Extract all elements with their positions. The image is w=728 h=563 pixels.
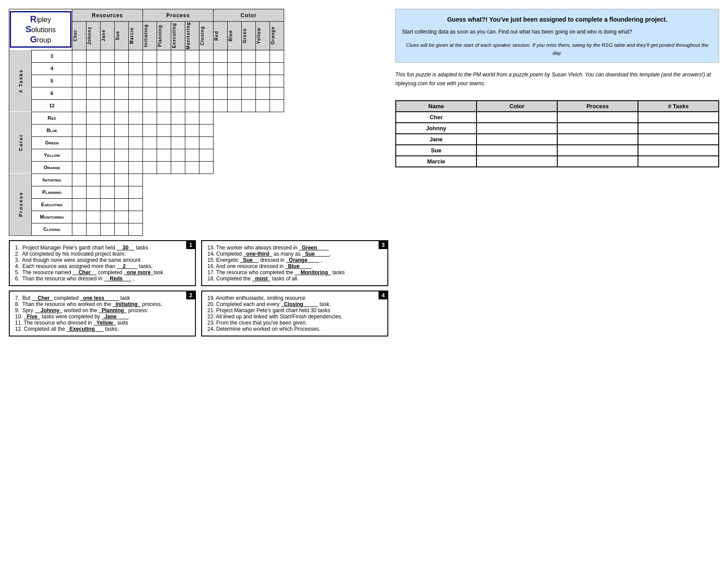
cell-t5-sue[interactable] xyxy=(115,75,129,87)
cell-t4-cher[interactable] xyxy=(72,62,86,75)
cell-t3-jane[interactable] xyxy=(101,50,115,62)
cell-t3-blue[interactable] xyxy=(228,50,242,62)
summary-tasks-cher[interactable] xyxy=(638,112,719,123)
cell-cb-cher[interactable] xyxy=(72,124,86,136)
cell-t6-cher[interactable] xyxy=(72,87,86,99)
cell-t5-marcie[interactable] xyxy=(129,75,143,87)
cell-pe-cher[interactable] xyxy=(72,198,86,211)
cell-t12-sue[interactable] xyxy=(115,99,129,112)
cell-t5-orange[interactable] xyxy=(270,75,284,87)
cell-t5-johnny[interactable] xyxy=(86,75,101,87)
cell-t6-green[interactable] xyxy=(242,87,256,99)
cell-pi-johnny[interactable] xyxy=(86,174,101,186)
cell-t3-green[interactable] xyxy=(242,50,256,62)
summary-tasks-jane[interactable] xyxy=(638,134,719,145)
cell-t6-mon[interactable] xyxy=(185,87,199,99)
cell-t4-plan[interactable] xyxy=(157,62,171,75)
cell-cb-plan[interactable] xyxy=(157,124,171,136)
cell-cg-init[interactable] xyxy=(143,136,157,149)
cell-t4-mon[interactable] xyxy=(185,62,199,75)
cell-pm-jane[interactable] xyxy=(101,211,115,223)
cell-t4-clos[interactable] xyxy=(199,62,214,75)
cell-pi-sue[interactable] xyxy=(115,174,129,186)
cell-t12-johnny[interactable] xyxy=(86,99,101,112)
cell-t4-init[interactable] xyxy=(143,62,157,75)
summary-color-marcie[interactable] xyxy=(477,156,557,167)
cell-t3-marcie[interactable] xyxy=(129,50,143,62)
cell-cy-exec[interactable] xyxy=(171,149,185,161)
cell-pp-sue[interactable] xyxy=(115,186,129,198)
cell-cb-johnny[interactable] xyxy=(86,124,101,136)
cell-cr-jane[interactable] xyxy=(101,112,115,124)
cell-t12-green[interactable] xyxy=(242,99,256,112)
cell-t5-plan[interactable] xyxy=(157,75,171,87)
cell-cg-sue[interactable] xyxy=(115,136,129,149)
cell-t3-clos[interactable] xyxy=(199,50,214,62)
cell-t6-init[interactable] xyxy=(143,87,157,99)
cell-t5-yellow[interactable] xyxy=(256,75,270,87)
cell-t3-sue[interactable] xyxy=(115,50,129,62)
cell-t12-marcie[interactable] xyxy=(129,99,143,112)
cell-t5-blue[interactable] xyxy=(228,75,242,87)
cell-pp-marcie[interactable] xyxy=(129,186,143,198)
cell-t4-johnny[interactable] xyxy=(86,62,101,75)
cell-cb-exec[interactable] xyxy=(171,124,185,136)
cell-t6-blue[interactable] xyxy=(228,87,242,99)
cell-t12-init[interactable] xyxy=(143,99,157,112)
cell-co-mon[interactable] xyxy=(185,161,199,174)
cell-cg-cher[interactable] xyxy=(72,136,86,149)
summary-process-johnny[interactable] xyxy=(557,123,638,134)
summary-color-sue[interactable] xyxy=(477,145,557,156)
cell-t3-red[interactable] xyxy=(214,50,228,62)
cell-cr-plan[interactable] xyxy=(157,112,171,124)
cell-pc-marcie[interactable] xyxy=(129,223,143,235)
cell-co-plan[interactable] xyxy=(157,161,171,174)
cell-t4-exec[interactable] xyxy=(171,62,185,75)
cell-co-marcie[interactable] xyxy=(129,161,143,174)
cell-t12-cher[interactable] xyxy=(72,99,86,112)
cell-pc-sue[interactable] xyxy=(115,223,129,235)
summary-process-cher[interactable] xyxy=(557,112,638,123)
cell-cy-plan[interactable] xyxy=(157,149,171,161)
cell-cg-clos[interactable] xyxy=(199,136,214,149)
summary-tasks-johnny[interactable] xyxy=(638,123,719,134)
cell-t6-yellow[interactable] xyxy=(256,87,270,99)
cell-pe-sue[interactable] xyxy=(115,198,129,211)
cell-t6-jane[interactable] xyxy=(101,87,115,99)
cell-t4-yellow[interactable] xyxy=(256,62,270,75)
cell-t12-jane[interactable] xyxy=(101,99,115,112)
cell-cg-johnny[interactable] xyxy=(86,136,101,149)
cell-t4-jane[interactable] xyxy=(101,62,115,75)
cell-cr-clos[interactable] xyxy=(199,112,214,124)
cell-cr-init[interactable] xyxy=(143,112,157,124)
cell-t5-exec[interactable] xyxy=(171,75,185,87)
cell-t4-blue[interactable] xyxy=(228,62,242,75)
cell-cg-marcie[interactable] xyxy=(129,136,143,149)
cell-cr-sue[interactable] xyxy=(115,112,129,124)
summary-tasks-marcie[interactable] xyxy=(638,156,719,167)
cell-co-cher[interactable] xyxy=(72,161,86,174)
cell-t12-exec[interactable] xyxy=(171,99,185,112)
cell-t4-red[interactable] xyxy=(214,62,228,75)
cell-pi-marcie[interactable] xyxy=(129,174,143,186)
cell-t4-green[interactable] xyxy=(242,62,256,75)
cell-cb-jane[interactable] xyxy=(101,124,115,136)
cell-cy-johnny[interactable] xyxy=(86,149,101,161)
cell-cy-marcie[interactable] xyxy=(129,149,143,161)
cell-t5-jane[interactable] xyxy=(101,75,115,87)
cell-co-sue[interactable] xyxy=(115,161,129,174)
cell-t12-mon[interactable] xyxy=(185,99,199,112)
cell-pe-jane[interactable] xyxy=(101,198,115,211)
cell-t5-green[interactable] xyxy=(242,75,256,87)
cell-t6-johnny[interactable] xyxy=(86,87,101,99)
cell-t3-mon[interactable] xyxy=(185,50,199,62)
cell-t12-blue[interactable] xyxy=(228,99,242,112)
cell-t6-orange[interactable] xyxy=(270,87,284,99)
cell-t12-orange[interactable] xyxy=(270,99,284,112)
cell-cr-cher[interactable] xyxy=(72,112,86,124)
cell-cy-init[interactable] xyxy=(143,149,157,161)
cell-t4-marcie[interactable] xyxy=(129,62,143,75)
cell-cy-cher[interactable] xyxy=(72,149,86,161)
cell-t5-mon[interactable] xyxy=(185,75,199,87)
cell-cy-sue[interactable] xyxy=(115,149,129,161)
